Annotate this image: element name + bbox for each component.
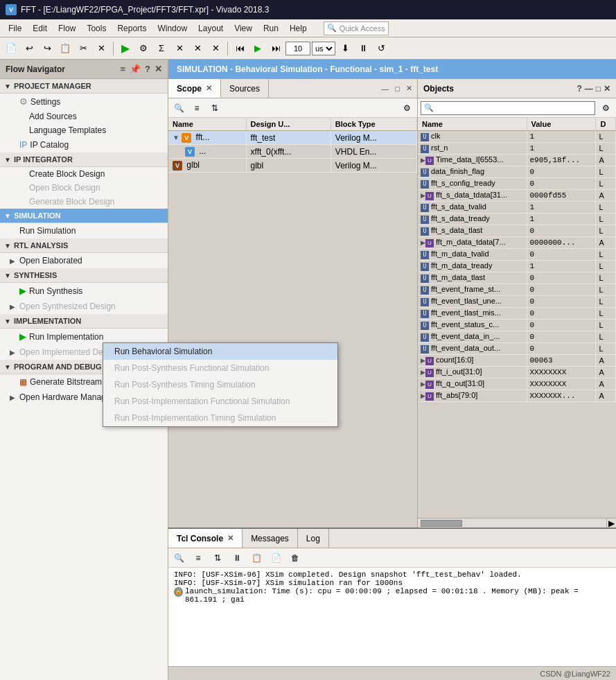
toolbar-pause-btn[interactable]: ⏸ xyxy=(355,40,371,57)
nav-create-block-design[interactable]: Create Block Design xyxy=(0,167,168,181)
menu-run[interactable]: Run xyxy=(258,22,284,35)
table-row[interactable]: Ufft_m_data_tlast 0 L xyxy=(418,272,616,284)
section-synthesis-header[interactable]: ▼ SYNTHESIS xyxy=(0,268,168,283)
obj-maximize-btn[interactable]: □ xyxy=(596,84,601,94)
toolbar-cut-btn[interactable]: ✂ xyxy=(75,40,91,57)
table-row[interactable]: ▶Ucount[16:0] 00063 A xyxy=(418,355,616,367)
menu-layout[interactable]: Layout xyxy=(193,22,229,35)
table-row[interactable]: Ufft_event_tlast_mis... 0 L xyxy=(418,308,616,320)
table-row[interactable]: ▶Ufft_s_data_tdata[31... 0000fd55 A xyxy=(418,190,616,202)
table-row[interactable]: Ufft_event_data_out... 0 L xyxy=(418,343,616,355)
console-search-btn[interactable]: 🔍 xyxy=(171,550,186,566)
table-row[interactable]: Ufft_event_tlast_une... 0 L xyxy=(418,296,616,308)
table-row[interactable]: Ufft_s_config_tready 0 L xyxy=(418,178,616,190)
objects-search-input[interactable] xyxy=(434,104,592,112)
toolbar-run-btn[interactable]: ▶ xyxy=(117,40,134,57)
scope-filter-btn[interactable]: ≡ xyxy=(189,101,204,116)
toolbar-restart-btn[interactable]: ⏮ xyxy=(231,40,248,57)
section-ip-integrator-header[interactable]: ▼ IP INTEGRATOR xyxy=(0,152,168,167)
sim-unit-select[interactable]: us ns ps xyxy=(312,42,335,55)
ctx-run-behavioral[interactable]: Run Behavioral Simulation xyxy=(103,343,337,360)
nav-run-synthesis[interactable]: ▶ Run Synthesis xyxy=(0,283,168,299)
menu-window[interactable]: Window xyxy=(152,22,193,35)
scope-settings-btn[interactable]: ⚙ xyxy=(399,101,414,116)
toolbar-sigma-btn[interactable]: Σ xyxy=(153,40,170,57)
scope-collapse-btn[interactable]: ⇅ xyxy=(207,101,222,116)
console-clear-btn[interactable]: 🗑 xyxy=(288,550,303,566)
table-row[interactable]: Ufft_s_data_tvalid 1 L xyxy=(418,202,616,213)
table-row[interactable]: Ufft_s_data_tready 1 L xyxy=(418,213,616,225)
hscroll-right-btn[interactable]: ▶ xyxy=(606,518,616,528)
table-row[interactable]: ▼ V fft... fft_test Verilog M... xyxy=(168,131,417,145)
tab-minimize-btn[interactable]: — xyxy=(379,84,391,94)
section-impl-header[interactable]: ▼ IMPLEMENTATION xyxy=(0,314,168,329)
table-row[interactable]: ▶UTime_data_I[6553... e905,18f... A xyxy=(418,155,616,166)
console-pause-btn[interactable]: ⏸ xyxy=(229,550,245,566)
nav-language-templates[interactable]: Language Templates xyxy=(0,123,168,137)
tab-log[interactable]: Log xyxy=(298,529,329,548)
sim-steps-input[interactable]: 10 xyxy=(285,42,310,55)
table-row[interactable]: Ufft_event_status_c... 0 L xyxy=(418,320,616,331)
console-filter-btn[interactable]: ≡ xyxy=(191,550,206,566)
nav-icon-4[interactable]: ✕ xyxy=(155,64,162,74)
nav-icon-2[interactable]: 📌 xyxy=(130,64,141,74)
menu-reports[interactable]: Reports xyxy=(112,22,152,35)
console-content[interactable]: INFO: [USF-XSim-96] XSim completed. Desi… xyxy=(168,568,616,666)
scope-table-scroll[interactable]: Name Design U... Block Type ▼ V fft... xyxy=(168,118,417,528)
tab-messages[interactable]: Messages xyxy=(243,529,298,548)
menu-flow[interactable]: Flow xyxy=(53,22,81,35)
table-row[interactable]: V ... xfft_0(xfft... VHDL En... xyxy=(168,145,417,159)
tab-maximize-btn[interactable]: □ xyxy=(393,84,402,94)
toolbar-play-btn[interactable]: ▶ xyxy=(249,40,266,57)
table-row[interactable]: V glbl glbl Verilog M... xyxy=(168,159,417,173)
toolbar-refresh-btn[interactable]: ↺ xyxy=(373,40,389,57)
toolbar-redo-btn[interactable]: ↪ xyxy=(39,40,55,57)
table-row[interactable]: Ufft_m_data_tready 1 L xyxy=(418,261,616,272)
toolbar-new-btn[interactable]: 📄 xyxy=(3,40,19,57)
obj-help-btn[interactable]: ? xyxy=(577,84,581,94)
table-row[interactable]: ▶Ufft_abs[79:0] XXXXXXX... A xyxy=(418,390,616,402)
nav-icon-1[interactable]: ≡ xyxy=(120,64,125,74)
obj-minimize-btn[interactable]: — xyxy=(585,84,593,94)
tab-scope-close[interactable]: ✕ xyxy=(206,84,212,93)
toolbar-cross2-btn[interactable]: ✕ xyxy=(189,40,206,57)
table-row[interactable]: Udata_finish_flag 0 L xyxy=(418,166,616,178)
toolbar-undo-btn[interactable]: ↩ xyxy=(21,40,37,57)
section-project-manager-header[interactable]: ▼ PROJECT MANAGER xyxy=(0,79,168,94)
toolbar-cross3-btn[interactable]: ✕ xyxy=(207,40,224,57)
table-row[interactable]: Urst_n 1 L xyxy=(418,143,616,155)
table-row[interactable]: Ufft_s_data_tlast 0 L xyxy=(418,225,616,237)
console-paste-btn[interactable]: 📄 xyxy=(268,550,283,566)
nav-add-sources[interactable]: Add Sources xyxy=(0,110,168,123)
toolbar-step-btn[interactable]: ⏭ xyxy=(267,40,284,57)
menu-view[interactable]: View xyxy=(229,22,258,35)
table-row[interactable]: ▶Ufft_m_data_tdata[7... 0000000... A xyxy=(418,237,616,249)
tab-close-btn[interactable]: ✕ xyxy=(404,83,414,94)
toolbar-cross1-btn[interactable]: ✕ xyxy=(171,40,188,57)
nav-run-simulation[interactable]: Run Simulation xyxy=(0,223,168,238)
tab-scope[interactable]: Scope ✕ xyxy=(168,79,221,98)
hscroll-thumb[interactable] xyxy=(421,520,462,527)
section-rtl-header[interactable]: ▼ RTL ANALYSIS xyxy=(0,238,168,253)
console-copy-btn[interactable]: 📋 xyxy=(249,550,264,566)
objects-hscroll[interactable]: ▶ xyxy=(418,518,616,528)
table-row[interactable]: Ufft_event_data_in_... 0 L xyxy=(418,331,616,343)
nav-ip-catalog[interactable]: IP IP Catalog xyxy=(0,137,168,152)
toolbar-download-btn[interactable]: ⬇ xyxy=(337,40,353,57)
tab-tcl-close[interactable]: ✕ xyxy=(227,534,234,543)
menu-edit[interactable]: Edit xyxy=(27,22,53,35)
table-row[interactable]: Ufft_event_frame_st... 0 L xyxy=(418,284,616,296)
menu-tools[interactable]: Tools xyxy=(81,22,112,35)
table-row[interactable]: Uclk 1 L xyxy=(418,131,616,143)
table-row[interactable]: ▶Ufft_i_out[31:0] XXXXXXXX A xyxy=(418,367,616,378)
obj-close-btn[interactable]: ✕ xyxy=(604,84,610,94)
nav-settings[interactable]: ⚙ Settings xyxy=(0,94,168,110)
menu-file[interactable]: File xyxy=(3,22,27,35)
quick-access-box[interactable]: 🔍 Quick Access xyxy=(324,21,389,35)
tab-tcl-console[interactable]: Tcl Console ✕ xyxy=(168,529,243,548)
table-row[interactable]: Ufft_m_data_tvalid 0 L xyxy=(418,249,616,261)
nav-open-elaborated[interactable]: ▶ Open Elaborated xyxy=(0,253,168,268)
console-up-btn[interactable]: ⇅ xyxy=(210,550,225,566)
toolbar-delete-btn[interactable]: ✕ xyxy=(93,40,109,57)
section-simulation-header[interactable]: ▼ SIMULATION xyxy=(0,209,168,223)
